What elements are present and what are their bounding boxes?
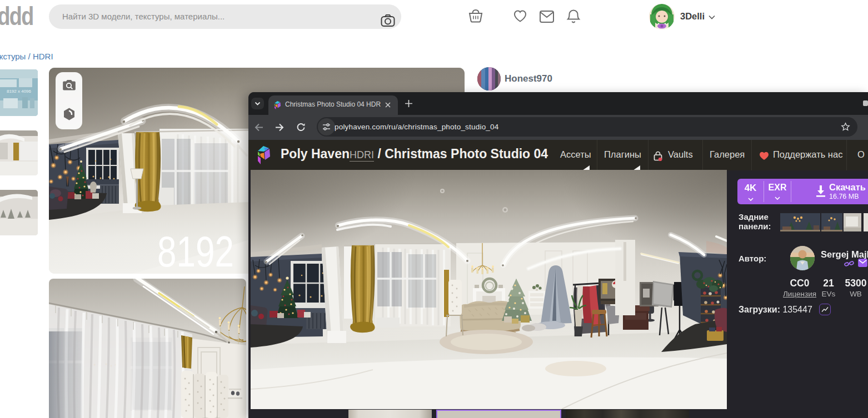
svg-text:8192 x 4096: 8192 x 4096 xyxy=(7,89,32,94)
svg-text:8192: 8192 xyxy=(157,233,234,270)
